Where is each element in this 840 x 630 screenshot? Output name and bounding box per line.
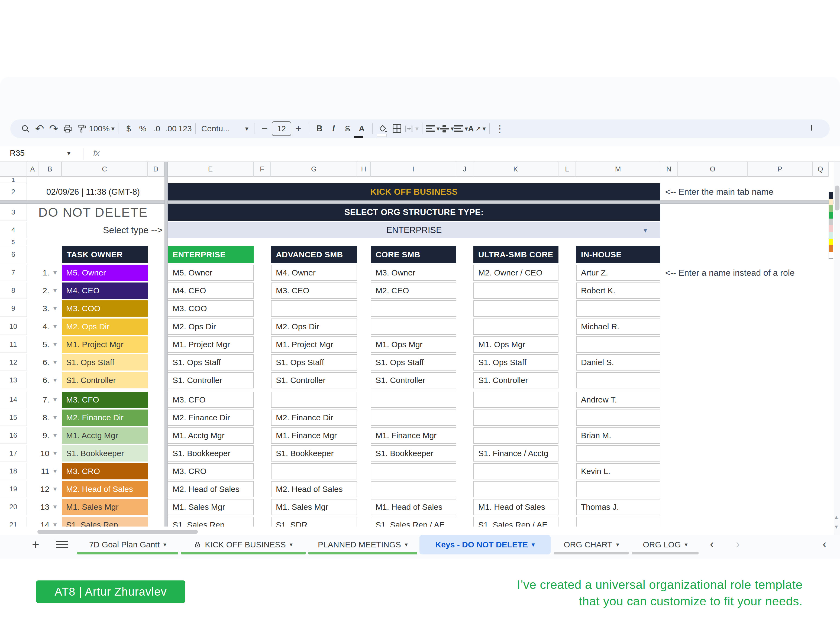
cell-advanced_smb[interactable]: S1. Ops Staff [271,354,357,370]
cell-in_house[interactable] [576,445,660,461]
borders-button[interactable] [390,121,404,136]
text-rotation-button[interactable]: A↗▾ [468,121,486,136]
row-index-cell[interactable]: 3.▼ [38,300,62,317]
increase-decimals-button[interactable]: .00 [164,121,178,136]
cell-enterprise[interactable]: M1. Acctg Mgr [168,427,254,444]
tab-scroll-left-icon[interactable]: ‹ [710,538,714,551]
column-header-A[interactable]: A [27,162,38,176]
cell-core_smb[interactable]: M1. Head of Sales [371,499,456,515]
cell-core_smb[interactable] [371,410,456,426]
frozen-rows-divider[interactable] [0,200,834,204]
cell-advanced_smb[interactable]: S1. Bookkeeper [271,445,357,461]
name-box-caret-icon[interactable]: ▾ [67,150,71,157]
cell-in_house[interactable]: Robert K. [576,282,660,299]
cell-task-owner[interactable]: M3. CFO [62,392,148,408]
row-header-10[interactable]: 10 [0,318,27,335]
row-header-17[interactable]: 17 [0,445,27,461]
fill-color-button[interactable] [376,121,390,136]
column-header-I[interactable]: I [371,162,456,176]
dropdown-chevron-icon[interactable]: ▼ [52,521,58,526]
tab-caret-icon[interactable]: ▾ [616,542,619,548]
cell-task-owner[interactable]: M1. Acctg Mgr [62,427,148,444]
column-header-E[interactable]: E [168,162,254,176]
cell-advanced_smb[interactable]: M1. Project Mgr [271,336,357,353]
column-header-Q[interactable]: Q [813,162,829,176]
row-index-cell[interactable]: 6.▼ [38,372,62,388]
cell-enterprise[interactable]: M3. CRO [168,463,254,479]
tab-caret-icon[interactable]: ▾ [405,542,408,548]
cell-advanced_smb[interactable] [271,300,357,317]
cell-enterprise[interactable]: M2. Finance Dir [168,410,254,426]
row-header-7[interactable]: 7 [0,265,27,281]
vertical-align-button[interactable]: ▾ [440,121,454,136]
cell-ultra_smb[interactable] [474,463,559,479]
tab-caret-icon[interactable]: ▾ [163,542,166,548]
all-sheets-menu-icon[interactable] [56,539,68,550]
column-header-C[interactable]: C [62,162,148,176]
italic-button[interactable]: I [327,121,341,136]
cell-enterprise[interactable]: M1. Sales Mgr [168,499,254,515]
dropdown-chevron-icon[interactable]: ▼ [52,377,58,384]
dropdown-chevron-icon[interactable]: ▼ [52,305,58,312]
cell-advanced_smb[interactable] [271,463,357,479]
table-header-ultra-smb-core[interactable]: ULTRA-SMB CORE [474,246,559,263]
row-index-cell[interactable]: 7.▼ [38,392,62,408]
table-header-enterprise[interactable]: ENTERPRISE [168,246,254,263]
cell-core_smb[interactable]: S1. Bookkeeper [371,445,456,461]
strikethrough-button[interactable]: S [341,121,355,136]
cell-ultra_smb[interactable]: S1. Ops Staff [474,354,559,370]
row-header-16[interactable]: 16 [0,427,27,444]
zoom-select[interactable]: 100%▾ [89,121,115,136]
cell-advanced_smb[interactable]: S1. SDR [271,517,357,526]
row-index-cell[interactable]: 13▼ [38,499,62,515]
row-header-19[interactable]: 19 [0,481,27,497]
cell-name-note[interactable]: <-- Enter a name instead of a role [665,265,795,281]
font-family-select[interactable]: Centu...▾ [199,121,251,136]
collapse-toolbar-icon[interactable] [811,126,812,131]
column-header-O[interactable]: O [678,162,748,176]
cell-do-not-delete[interactable]: DO NOT DELETE [38,204,148,221]
cell-in_house[interactable]: Daniel S. [576,354,660,370]
row-header-5[interactable]: 5 [0,240,27,245]
cell-advanced_smb[interactable] [271,392,357,408]
cell-in_house[interactable]: Brian M. [576,427,660,444]
cell-select-org-banner[interactable]: SELECT ORG STRUCTURE TYPE: [168,204,660,221]
cell-core_smb[interactable]: M1. Finance Mgr [371,427,456,444]
row-header-6[interactable]: 6 [0,246,27,263]
vertical-scrollbar[interactable] [834,162,840,535]
name-box[interactable]: R35 [10,148,25,158]
currency-format-button[interactable]: $ [122,121,136,136]
undo-icon[interactable]: ↶ [33,121,47,136]
cell-core_smb[interactable] [371,392,456,408]
row-index-cell[interactable]: 11▼ [38,463,62,479]
table-header-core-smb[interactable]: CORE SMB [371,246,456,263]
column-header-F[interactable]: F [254,162,271,176]
text-wrap-button[interactable]: ▾ [454,121,468,136]
cell-main-tab-note[interactable]: <-- Enter the main tab name [665,183,773,200]
cell-core_smb[interactable] [371,318,456,335]
scroll-down-icon[interactable]: ▾ [835,523,840,530]
row-index-cell[interactable]: 8.▼ [38,410,62,426]
cell-enterprise[interactable]: M5. Owner [168,265,254,281]
tab-scroll-right-icon[interactable]: › [736,538,740,551]
redo-icon[interactable]: ↷ [47,121,61,136]
cell-advanced_smb[interactable]: M2. Ops Dir [271,318,357,335]
column-header-L[interactable]: L [559,162,576,176]
cell-ultra_smb[interactable]: M1. Ops Mgr [474,336,559,353]
cell-core_smb[interactable] [371,463,456,479]
cell-in_house[interactable] [576,336,660,353]
cell-in_house[interactable]: Thomas J. [576,499,660,515]
cell-task-owner[interactable]: S1. Bookkeeper [62,445,148,461]
cell-ultra_smb[interactable] [474,282,559,299]
cell-in_house[interactable]: Michael R. [576,318,660,335]
dropdown-chevron-icon[interactable]: ▼ [52,323,58,330]
column-header-G[interactable]: G [271,162,357,176]
cell-ultra_smb[interactable] [474,427,559,444]
cell-ultra_smb[interactable]: S1. Controller [474,372,559,388]
pane-scroll-left-icon[interactable]: ‹ [823,538,826,551]
search-icon[interactable] [19,121,33,136]
tab-caret-icon[interactable]: ▾ [532,542,535,548]
row-header-8[interactable]: 8 [0,282,27,299]
cell-enterprise[interactable]: S1. Sales Rep [168,517,254,526]
cell-in_house[interactable]: Artur Z. [576,265,660,281]
